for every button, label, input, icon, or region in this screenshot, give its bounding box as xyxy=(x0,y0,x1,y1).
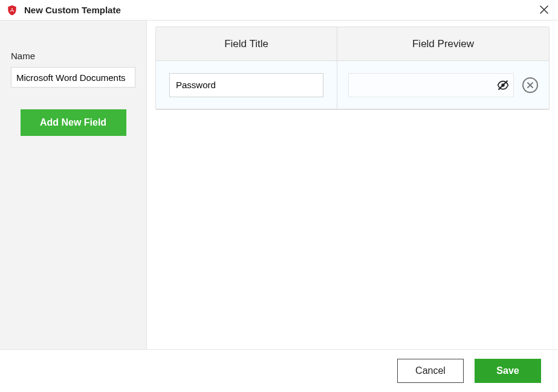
sidebar: Name Add New Field xyxy=(0,21,147,349)
name-input[interactable] xyxy=(11,67,135,88)
preview-input-wrap xyxy=(348,73,514,97)
close-icon[interactable] xyxy=(536,2,552,18)
titlebar: New Custom Template xyxy=(0,0,558,21)
table-header: Field Title Field Preview xyxy=(156,27,549,61)
header-field-preview: Field Preview xyxy=(337,38,549,50)
svg-point-1 xyxy=(13,10,14,11)
svg-point-2 xyxy=(10,10,11,11)
save-button[interactable]: Save xyxy=(475,359,541,383)
name-label: Name xyxy=(11,51,135,61)
header-field-title: Field Title xyxy=(156,27,337,60)
main-content: Name Add New Field Field Title Field Pre… xyxy=(0,21,558,350)
cell-field-title xyxy=(156,61,337,109)
eye-hidden-icon[interactable] xyxy=(497,79,509,91)
field-editor: Field Title Field Preview xyxy=(147,21,558,349)
remove-field-button[interactable] xyxy=(522,77,538,93)
field-preview-input[interactable] xyxy=(348,73,514,97)
add-new-field-button[interactable]: Add New Field xyxy=(21,109,126,136)
cancel-button[interactable]: Cancel xyxy=(397,359,464,383)
svg-point-3 xyxy=(11,10,13,11)
field-table: Field Title Field Preview xyxy=(155,27,550,110)
footer: Cancel Save xyxy=(0,350,558,392)
window-title: New Custom Template xyxy=(24,5,121,15)
app-shield-icon xyxy=(6,4,18,16)
table-row xyxy=(156,61,549,109)
svg-point-0 xyxy=(11,8,13,9)
field-title-input[interactable] xyxy=(169,73,323,97)
cell-field-preview xyxy=(337,73,549,97)
